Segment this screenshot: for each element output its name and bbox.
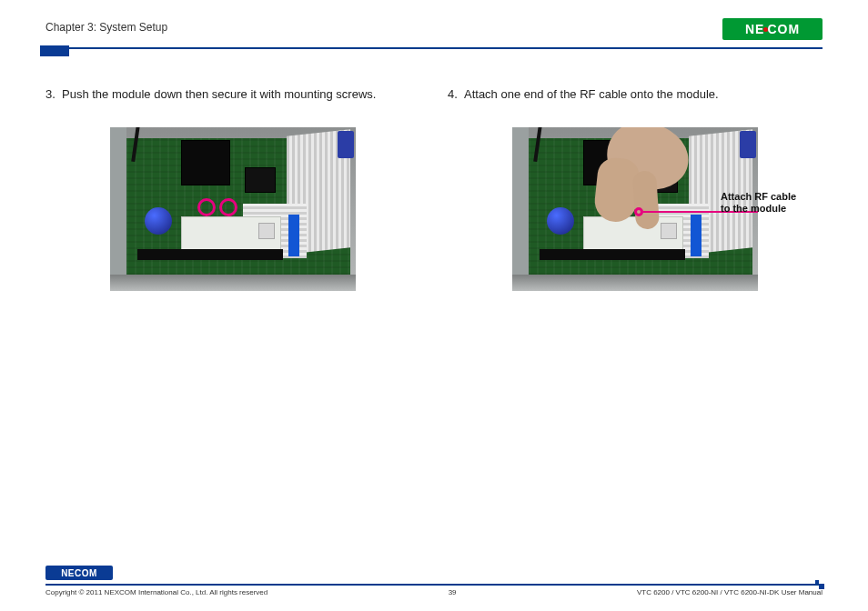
copyright-text: Copyright © 2011 NEXCOM International Co…	[45, 588, 267, 596]
logo-dot-icon	[763, 27, 768, 32]
rf-point-highlight-icon	[634, 207, 643, 216]
screw-highlight-icon	[197, 198, 216, 216]
header-rule	[45, 47, 823, 49]
header-tab-icon	[40, 45, 69, 56]
page-header: Chapter 3: System Setup NECOM	[45, 18, 823, 44]
step-number: 3.	[45, 85, 62, 104]
brand-logo-top: NECOM	[722, 18, 823, 40]
brand-text: NECOM	[61, 568, 97, 578]
callout-line2: to the module	[721, 203, 786, 214]
sata-port-icon	[691, 215, 701, 256]
chip-icon	[245, 167, 276, 193]
vga-port-icon	[338, 131, 354, 158]
hand-finger-icon	[632, 170, 660, 230]
figure-step3-wrap	[45, 127, 420, 291]
step-text: Push the module down then secure it with…	[62, 85, 420, 104]
brand-text: NECOM	[745, 22, 800, 36]
coin-cell-icon	[547, 207, 574, 235]
chapter-title: Chapter 3: System Setup	[45, 18, 167, 34]
figure-callout: Attach RF cable to the module	[721, 191, 808, 216]
page-footer: NECOM Copyright © 2011 NEXCOM Internatio…	[45, 586, 823, 596]
vga-port-icon	[740, 131, 756, 158]
coin-cell-icon	[145, 207, 172, 235]
step-3: 3. Push the module down then secure it w…	[45, 85, 420, 104]
callout-line1: Attach RF cable	[721, 191, 796, 202]
manual-page: Chapter 3: System Setup NECOM 3. Push th…	[0, 0, 868, 611]
step-4: 4. Attach one end of the RF cable onto t…	[448, 85, 823, 104]
chassis-edge	[110, 127, 126, 291]
step-number: 4.	[448, 85, 464, 104]
cpu-chip-icon	[181, 140, 230, 185]
brand-logo-bottom: NECOM	[45, 566, 113, 580]
figure-step4-wrap: Attach RF cable to the module	[448, 127, 823, 291]
step-text: Attach one end of the RF cable onto the …	[464, 85, 823, 104]
right-column: 4. Attach one end of the RF cable onto t…	[448, 85, 823, 291]
screw-highlight-icon	[219, 198, 237, 216]
expansion-slot-icon	[540, 249, 685, 260]
footer-row: Copyright © 2011 NEXCOM International Co…	[45, 588, 823, 596]
document-title: VTC 6200 / VTC 6200-NI / VTC 6200-NI-DK …	[637, 588, 823, 596]
page-number: 39	[449, 588, 457, 596]
footer-rule	[45, 584, 823, 586]
content-columns: 3. Push the module down then secure it w…	[45, 85, 823, 291]
footer-ornament-icon	[815, 580, 824, 589]
expansion-slot-icon	[137, 249, 283, 260]
chassis-bottom	[110, 275, 356, 291]
chassis-bottom	[512, 275, 758, 291]
sata-port-icon	[288, 215, 299, 256]
left-column: 3. Push the module down then secure it w…	[45, 85, 420, 291]
chassis-edge	[512, 127, 529, 291]
figure-step3	[110, 127, 356, 291]
